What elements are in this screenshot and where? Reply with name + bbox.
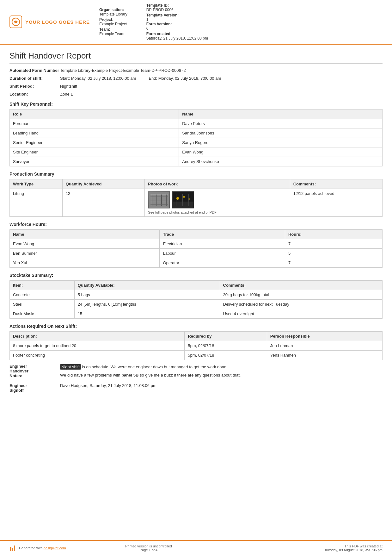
workforce-hours-cell: 7: [285, 258, 382, 268]
form-created-label: Form created:: [146, 32, 172, 36]
workforce-trade-cell: Electrician: [160, 239, 285, 249]
shift-key-personnel-title: Shift Key Personnel:: [9, 102, 383, 107]
table-header-row: Role Name: [10, 109, 383, 119]
automated-form-number-label: Automated Form Number: [9, 68, 60, 73]
workforce-name-cell: Yen Xui: [10, 258, 160, 268]
name-cell: Dave Peters: [179, 119, 383, 128]
col-workforce-trade: Trade: [160, 230, 285, 239]
role-cell: Site Engineer: [10, 147, 179, 157]
name-cell: Sandra Johnsons: [179, 128, 383, 138]
col-workforce-hours: Hours:: [285, 230, 382, 239]
action-description-cell: Footer concreting: [10, 351, 185, 360]
role-cell: Surveyor: [10, 157, 179, 166]
table-row: Lifting 12: [10, 189, 383, 217]
table-row: Dusk Masks15Used 4 overnight: [10, 309, 383, 319]
logo-icon: [9, 16, 22, 28]
note-line1-after: is on schedule. We were one engineer dow…: [81, 365, 228, 369]
quantity-achieved-cell: 12: [62, 189, 144, 217]
table-row: SurveyorAndrey Shevchenko: [10, 157, 383, 166]
footer-link[interactable]: dashpivot.com: [44, 546, 66, 550]
form-version-value: 6: [146, 26, 208, 31]
col-person-responsible: Person Responsible: [267, 332, 382, 341]
handover-note-line1: Night shift is on schedule. We were one …: [60, 364, 383, 370]
workforce-hours-cell: 7: [285, 239, 382, 249]
col-description: Description:: [10, 332, 185, 341]
table-row: Ben SummerLabour5: [10, 249, 383, 258]
template-id-label: Template ID:: [146, 3, 169, 8]
photos-cell: See full page photos attached at end of …: [145, 189, 290, 217]
table-row: Leading HandSandra Johnsons: [10, 128, 383, 138]
team-value: Example Team: [99, 32, 127, 36]
name-cell: Sanya Rogers: [179, 138, 383, 147]
automated-form-number-value: Template Library-Example Project-Example…: [60, 68, 383, 73]
svg-rect-19: [12, 548, 13, 551]
template-version-label: Template Version:: [146, 13, 179, 17]
col-workforce-name: Name: [10, 230, 160, 239]
role-cell: Senior Engineer: [10, 138, 179, 147]
footer-right-line2: Thursday, 09 August 2018, 3:31:06 pm: [231, 548, 383, 552]
svg-point-13: [183, 196, 185, 198]
header-meta-right: Template ID: DP-PROD-0006 Template Versi…: [146, 3, 208, 41]
col-quantity: Quantity Available:: [74, 281, 220, 290]
team-label: Team:: [99, 27, 110, 32]
project-row: Project: Example Project: [99, 17, 127, 26]
engineer-handover-notes: Night shift is on schedule. We were one …: [60, 364, 383, 380]
svg-point-12: [176, 197, 179, 200]
workforce-trade-cell: Operator: [160, 258, 285, 268]
template-version-value: 1: [146, 17, 208, 22]
logo-box: YOUR LOGO GOES HERE: [9, 16, 90, 28]
work-type-cell: Lifting: [10, 189, 63, 217]
table-row: Site EngineerEvan Wong: [10, 147, 383, 157]
org-row: Organisation: Template Library: [99, 8, 127, 16]
production-summary-title: Production Summary: [9, 171, 383, 177]
footer-generated-text: Generated with dashpivot.com: [19, 546, 66, 550]
shift-key-personnel-table: Role Name ForemanDave PetersLeading Hand…: [9, 109, 383, 166]
table-row: 8 more panels to get to outlined 205pm, …: [10, 341, 383, 351]
photo-thumbnail-1: [148, 191, 170, 209]
stocktake-comments-cell: Used 4 overnight: [220, 309, 383, 319]
panel-5b-link: panel 5B: [121, 373, 138, 377]
logo-text: YOUR LOGO GOES HERE: [25, 19, 90, 25]
dashpivot-logo-icon: [9, 544, 17, 552]
col-photos-of-work: Photos of work: [145, 179, 290, 189]
photo-caption: See full page photos attached at end of …: [148, 210, 286, 214]
shift-period-value: Nightshift: [60, 84, 383, 89]
svg-rect-20: [14, 546, 15, 551]
location-row: Location: Zone 1: [9, 92, 383, 97]
duration-end: End: Monday, 02 July 2018, 7:00:00 am: [149, 76, 221, 81]
name-cell: Andrey Shevchenko: [179, 157, 383, 166]
workforce-trade-cell: Labour: [160, 249, 285, 258]
engineer-handover-label: Engineer Handover Notes:: [9, 364, 60, 378]
duration-row: Duration of shift: Start: Monday, 02 Jul…: [9, 76, 383, 81]
location-value: Zone 1: [60, 92, 383, 97]
highlighted-text: Night shift: [60, 364, 81, 370]
stocktake-item-cell: Dusk Masks: [10, 309, 75, 319]
actions-required-title: Actions Required On Next Shift:: [9, 324, 383, 329]
role-cell: Foreman: [10, 119, 179, 128]
table-row: Steel24 [5m] lengths, 6 [10m] lengthsDel…: [10, 300, 383, 309]
note-line2-after: so give me a buzz if there are any quest…: [138, 373, 241, 377]
table-row: Footer concreting5pm, 02/07/18Yens Hanme…: [10, 351, 383, 360]
col-required-by: Required by: [185, 332, 267, 341]
location-label: Location:: [9, 92, 60, 97]
automated-form-number-row: Automated Form Number Template Library-E…: [9, 68, 383, 73]
shift-period-label: Shift Period:: [9, 84, 60, 89]
workforce-hours-cell: 5: [285, 249, 382, 258]
project-value: Example Project: [99, 22, 127, 26]
workforce-header-row: Name Trade Hours:: [10, 230, 383, 239]
footer-middle: Printed version is uncontrolled Page 1 o…: [73, 544, 224, 552]
action-required-by-cell: 5pm, 02/07/18: [185, 341, 267, 351]
page-footer: Generated with dashpivot.com Printed ver…: [0, 540, 392, 555]
action-required-by-cell: 5pm, 02/07/18: [185, 351, 267, 360]
table-row: Senior EngineerSanya Rogers: [10, 138, 383, 147]
photo-thumbnail-2: [172, 191, 194, 209]
engineer-handover-row: Engineer Handover Notes: Night shift is …: [9, 364, 383, 380]
workforce-name-cell: Evan Wong: [10, 239, 160, 249]
production-summary-table: Work Type Quantity Achieved Photos of wo…: [9, 179, 383, 217]
col-stocktake-comments: Comments:: [220, 281, 383, 290]
table-row: ForemanDave Peters: [10, 119, 383, 128]
workforce-hours-title: Workforce Hours:: [9, 222, 383, 227]
name-cell: Evan Wong: [179, 147, 383, 157]
actions-header-row: Description: Required by Person Responsi…: [10, 332, 383, 341]
form-created-row: Form created: Saturday, 21 July 2018, 11…: [146, 32, 208, 41]
